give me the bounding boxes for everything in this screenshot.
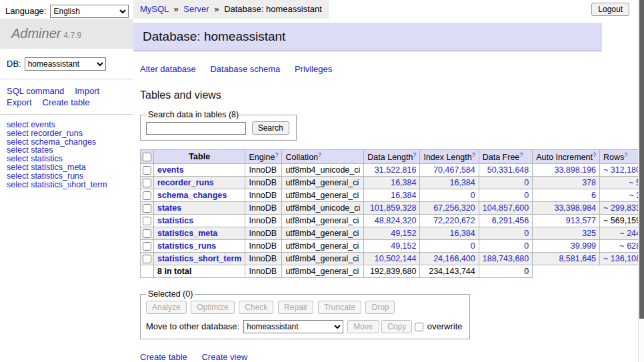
- auto-increment-cell[interactable]: 33,898,196: [533, 164, 600, 177]
- auto-increment-cell[interactable]: 39,999: [533, 240, 600, 253]
- help-icon[interactable]: ?: [318, 151, 321, 158]
- engine-cell: InnoDB: [245, 164, 282, 177]
- table-link-states[interactable]: states: [157, 203, 181, 213]
- search-input[interactable]: [146, 122, 246, 135]
- sidebar-link-sql-command[interactable]: SQL command: [7, 86, 64, 96]
- index-length-cell[interactable]: 0: [420, 240, 479, 253]
- table-link-schema-changes[interactable]: schema_changes: [157, 191, 227, 200]
- data-length-cell[interactable]: 16,384: [364, 177, 420, 189]
- breadcrumb-separator: »: [214, 4, 219, 14]
- auto-increment-cell[interactable]: 33,398,984: [533, 202, 600, 215]
- create-table-link[interactable]: Create table: [140, 352, 187, 362]
- tables-and-views-heading: Tables and views: [140, 89, 638, 101]
- truncate-button[interactable]: Truncate: [318, 301, 361, 314]
- data-free-cell[interactable]: 50,331,648: [479, 164, 533, 177]
- data-length-cell[interactable]: 31,522,816: [364, 164, 420, 177]
- search-fieldset: Search data in tables (8) Search: [140, 110, 297, 141]
- drop-button[interactable]: Drop: [365, 301, 395, 314]
- table-link-statistics-meta[interactable]: statistics_meta: [157, 229, 217, 238]
- data-free-cell[interactable]: 104,857,600: [479, 202, 533, 215]
- help-icon[interactable]: ?: [472, 151, 475, 158]
- db-selector: DB:homeassistant: [0, 49, 133, 79]
- db-select[interactable]: homeassistant: [25, 57, 106, 71]
- help-icon[interactable]: ?: [519, 151, 523, 158]
- row-checkbox[interactable]: [143, 166, 151, 175]
- auto-increment-cell[interactable]: 6: [533, 189, 600, 202]
- auto-increment-cell[interactable]: 913,577: [533, 215, 600, 227]
- alter-database-link[interactable]: Alter database: [140, 64, 196, 74]
- table-row-statistics-short-term: statistics_short_term InnoDB utf8mb4_gen…: [141, 253, 644, 265]
- data-free-cell[interactable]: 6,291,456: [479, 215, 533, 227]
- create-view-link[interactable]: Create view: [201, 352, 247, 362]
- auto-increment-cell[interactable]: 378: [533, 177, 600, 189]
- breadcrumb-mysql-link[interactable]: MySQL: [140, 4, 169, 14]
- search-button[interactable]: Search: [252, 121, 289, 135]
- data-free-cell[interactable]: 0: [479, 177, 533, 189]
- data-free-cell[interactable]: 0: [479, 240, 533, 253]
- database-schema-link[interactable]: Database schema: [210, 64, 280, 74]
- index-length-cell[interactable]: 0: [420, 189, 479, 202]
- vertical-scrollbar[interactable]: [638, 0, 644, 362]
- sidebar-item-select-statistics-runs[interactable]: select statistics_runs: [7, 172, 133, 181]
- sidebar-item-select-statistics-meta[interactable]: select statistics_meta: [7, 163, 133, 172]
- help-icon[interactable]: ?: [624, 151, 627, 158]
- table-link-statistics-runs[interactable]: statistics_runs: [157, 241, 216, 251]
- sidebar-item-select-statistics-short-term[interactable]: select statistics_short_term: [7, 181, 133, 189]
- row-checkbox[interactable]: [143, 229, 151, 238]
- data-free-cell[interactable]: 188,743,680: [479, 253, 533, 265]
- data-free-cell[interactable]: 0: [479, 189, 533, 202]
- col-data-free: Data Free?: [479, 150, 533, 164]
- row-checkbox[interactable]: [143, 191, 151, 200]
- sidebar-item-select-recorder-runs[interactable]: select recorder_runs: [7, 129, 133, 138]
- help-icon[interactable]: ?: [275, 151, 278, 158]
- auto-increment-cell[interactable]: 325: [533, 227, 600, 240]
- sidebar-actions: SQL commandImport ExportCreate table: [0, 79, 133, 115]
- row-checkbox[interactable]: [143, 204, 151, 213]
- move-database-select[interactable]: homeassistant: [243, 320, 343, 333]
- auto-increment-cell[interactable]: 8,581,645: [533, 253, 600, 265]
- language-select[interactable]: English: [50, 5, 129, 18]
- index-length-cell[interactable]: 67,256,320: [420, 202, 479, 215]
- sidebar-link-create-table[interactable]: Create table: [43, 97, 90, 107]
- data-length-cell[interactable]: 49,152: [364, 240, 420, 253]
- privileges-link[interactable]: Privileges: [295, 64, 332, 74]
- select-all-checkbox[interactable]: [143, 153, 151, 161]
- overwrite-label[interactable]: overwrite: [427, 321, 463, 331]
- analyze-button[interactable]: Analyze: [146, 301, 187, 314]
- index-length-cell[interactable]: 70,467,584: [420, 164, 479, 177]
- row-checkbox[interactable]: [143, 242, 151, 251]
- data-length-cell[interactable]: 16,384: [364, 189, 420, 202]
- data-length-cell[interactable]: 48,824,320: [364, 215, 420, 227]
- sidebar-link-import[interactable]: Import: [75, 86, 99, 96]
- data-free-cell[interactable]: 0: [479, 227, 533, 240]
- data-length-cell[interactable]: 10,502,144: [364, 253, 420, 265]
- index-length-cell[interactable]: 16,384: [420, 227, 479, 240]
- data-length-cell[interactable]: 49,152: [364, 227, 420, 240]
- table-link-statistics[interactable]: statistics: [157, 216, 193, 225]
- optimize-button[interactable]: Optimize: [191, 301, 234, 314]
- repair-button[interactable]: Repair: [278, 301, 313, 314]
- logout-button[interactable]: Logout: [591, 3, 629, 16]
- collation-cell: utf8mb4_general_ci: [282, 189, 364, 202]
- overwrite-checkbox[interactable]: [415, 323, 423, 331]
- table-link-statistics-short-term[interactable]: statistics_short_term: [157, 254, 241, 263]
- sidebar-table-links: select events select recorder_runs selec…: [0, 115, 133, 189]
- index-length-cell[interactable]: 16,384: [420, 177, 479, 189]
- index-length-cell[interactable]: 24,166,400: [420, 253, 479, 265]
- breadcrumb-server-link[interactable]: Server: [183, 4, 209, 14]
- sidebar-item-select-events[interactable]: select events: [7, 121, 133, 129]
- data-length-cell[interactable]: 101,859,328: [364, 202, 420, 215]
- row-checkbox[interactable]: [143, 255, 151, 263]
- row-checkbox[interactable]: [143, 179, 151, 187]
- row-checkbox[interactable]: [143, 217, 151, 225]
- scrollbar-thumb[interactable]: [639, 0, 644, 319]
- table-link-recorder-runs[interactable]: recorder_runs: [157, 178, 214, 187]
- table-link-events[interactable]: events: [157, 165, 184, 175]
- sidebar-link-export[interactable]: Export: [7, 97, 32, 107]
- index-length-cell[interactable]: 72,220,672: [420, 215, 479, 227]
- move-button[interactable]: Move: [347, 320, 379, 333]
- check-button[interactable]: Check: [239, 301, 273, 314]
- help-icon[interactable]: ?: [593, 151, 596, 158]
- copy-button[interactable]: Copy: [381, 320, 412, 333]
- help-icon[interactable]: ?: [413, 151, 416, 158]
